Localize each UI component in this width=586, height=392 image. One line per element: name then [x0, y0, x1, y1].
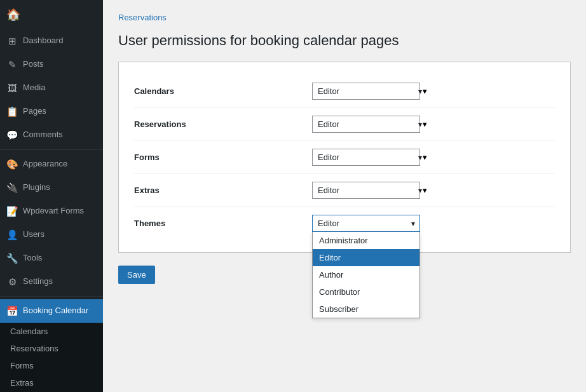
chevron-down-icon: ▾ [423, 152, 427, 162]
dropdown-option-administrator[interactable]: Administrator [313, 232, 419, 249]
dropdown-option-contributor[interactable]: Contributor [313, 283, 419, 301]
booking-calendar-submenu: Calendars Reservations Forms Extras Them… [0, 323, 103, 392]
dropdown-option-editor[interactable]: Editor [313, 249, 419, 266]
sidebar: 🏠 ⊞ Dashboard ✎ Posts 🖼 Media 📋 Pages 💬 … [0, 0, 103, 392]
plugins-icon: 🔌 [6, 181, 18, 194]
comments-icon: 💬 [6, 128, 18, 142]
submenu-item-forms[interactable]: Forms [0, 357, 103, 374]
save-button[interactable]: Save [118, 266, 155, 284]
sidebar-item-posts[interactable]: ✎ Posts [0, 53, 103, 76]
reservations-select-wrapper: Administrator Editor Author Contributor … [312, 116, 427, 133]
users-icon: 👤 [6, 228, 18, 241]
dropdown-option-subscriber[interactable]: Subscriber [313, 301, 419, 318]
pages-icon: 📋 [6, 105, 18, 118]
wp-logo: 🏠 [0, 0, 103, 29]
sidebar-item-label: Comments [23, 129, 63, 140]
forms-select[interactable]: Administrator Editor Author Contributor … [312, 149, 420, 166]
permission-label-extras: Extras [134, 186, 312, 195]
posts-icon: ✎ [6, 58, 18, 71]
sidebar-item-label: Booking Calendar [23, 305, 88, 316]
permission-row-extras: Extras Administrator Editor Author Contr… [134, 174, 555, 207]
sidebar-item-label: Wpdevart Forms [23, 205, 84, 217]
booking-calendar-icon: 📅 [6, 304, 18, 318]
sidebar-item-label: Posts [23, 58, 44, 70]
calendars-select[interactable]: Administrator Editor Author Contributor … [312, 83, 420, 100]
chevron-down-icon: ▾ [423, 86, 427, 96]
themes-dropdown-wrapper: Editor ▾ Administrator Editor Author Con… [312, 215, 420, 232]
page-title: User permissions for booking calendar pa… [118, 32, 571, 49]
sidebar-item-users[interactable]: 👤 Users [0, 223, 103, 247]
tools-icon: 🔧 [6, 252, 18, 265]
sidebar-item-plugins[interactable]: 🔌 Plugins [0, 176, 103, 199]
sidebar-item-label: Appearance [23, 158, 67, 170]
sidebar-item-label: Settings [23, 276, 53, 287]
sidebar-item-media[interactable]: 🖼 Media [0, 76, 103, 100]
themes-dropdown-list: Administrator Editor Author Contributor … [312, 232, 420, 318]
submenu-item-reservations[interactable]: Reservations [0, 340, 103, 357]
sidebar-item-wpdevart-forms[interactable]: 📝 Wpdevart Forms [0, 199, 103, 223]
sidebar-item-pages[interactable]: 📋 Pages [0, 100, 103, 123]
submenu-item-calendars[interactable]: Calendars [0, 323, 103, 340]
media-icon: 🖼 [6, 81, 18, 95]
sidebar-item-appearance[interactable]: 🎨 Appearance [0, 152, 103, 176]
wpdevart-forms-icon: 📝 [6, 205, 18, 218]
sidebar-item-label: Dashboard [23, 35, 64, 46]
forms-select-wrapper: Administrator Editor Author Contributor … [312, 149, 427, 166]
permission-row-reservations: Reservations Administrator Editor Author… [134, 108, 555, 141]
chevron-down-icon: ▾ [423, 186, 427, 195]
sidebar-item-label: Media [23, 82, 45, 93]
permission-row-forms: Forms Administrator Editor Author Contri… [134, 141, 555, 174]
breadcrumb[interactable]: Reservations [118, 13, 571, 22]
sidebar-item-dashboard[interactable]: ⊞ Dashboard [0, 29, 103, 53]
submenu-item-extras[interactable]: Extras [0, 374, 103, 391]
sidebar-item-label: Plugins [23, 182, 50, 193]
permission-row-calendars: Calendars Administrator Editor Author Co… [134, 75, 555, 108]
appearance-icon: 🎨 [6, 158, 18, 171]
chevron-down-icon: ▾ [423, 119, 427, 129]
themes-selected-value: Editor [318, 219, 339, 228]
sidebar-item-label: Tools [23, 252, 42, 264]
sidebar-item-tools[interactable]: 🔧 Tools [0, 247, 103, 270]
sidebar-item-booking-calendar[interactable]: 📅 Booking Calendar [0, 299, 103, 323]
dropdown-option-author[interactable]: Author [313, 266, 419, 283]
dashboard-icon: ⊞ [6, 34, 18, 48]
permission-label-themes: Themes [134, 219, 312, 228]
sidebar-item-settings[interactable]: ⚙ Settings [0, 270, 103, 294]
permission-row-themes: Themes Editor ▾ Administrator Editor Aut… [134, 207, 555, 240]
main-content: Reservations User permissions for bookin… [103, 0, 586, 392]
themes-select-display[interactable]: Editor [312, 215, 420, 232]
permission-label-calendars: Calendars [134, 86, 312, 96]
calendars-select-wrapper: Administrator Editor Author Contributor … [312, 83, 427, 100]
sidebar-item-label: Users [23, 229, 44, 240]
reservations-select[interactable]: Administrator Editor Author Contributor … [312, 116, 420, 133]
wp-logo-icon: 🏠 [6, 8, 20, 22]
extras-select[interactable]: Administrator Editor Author Contributor … [312, 182, 420, 199]
sidebar-item-comments[interactable]: 💬 Comments [0, 123, 103, 147]
sidebar-item-label: Pages [23, 105, 46, 117]
settings-icon: ⚙ [6, 275, 18, 288]
permissions-card: Calendars Administrator Editor Author Co… [118, 62, 571, 253]
permission-label-reservations: Reservations [134, 119, 312, 129]
permission-label-forms: Forms [134, 152, 312, 162]
extras-select-wrapper: Administrator Editor Author Contributor … [312, 182, 427, 199]
